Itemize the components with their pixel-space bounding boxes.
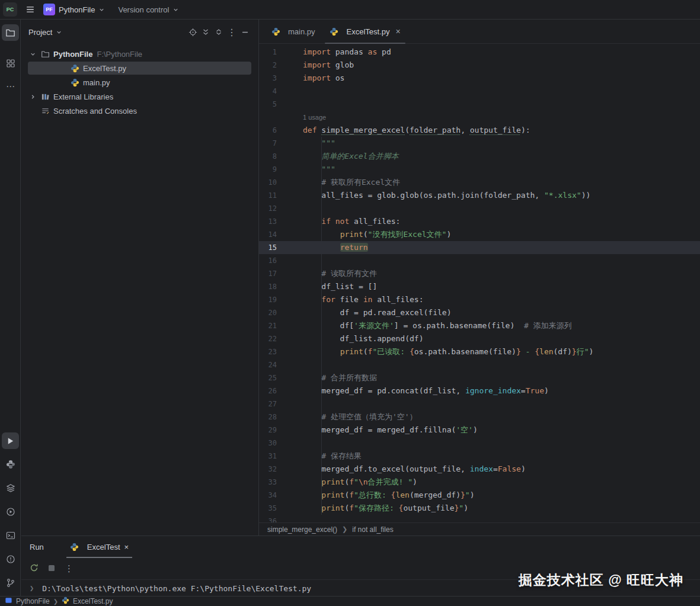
- structure-tool-button[interactable]: [2, 55, 19, 72]
- line-number[interactable]: 32: [259, 463, 297, 476]
- code-line-33[interactable]: 33 print(f"\n合并完成! "): [259, 476, 700, 489]
- line-number[interactable]: 18: [259, 280, 297, 293]
- tree-item-external-libraries[interactable]: External Libraries: [21, 89, 258, 104]
- tree-item-scratches-and-consoles[interactable]: Scratches and Consoles: [21, 104, 258, 118]
- services-tool-button[interactable]: [2, 504, 19, 520]
- code-line-4[interactable]: 4: [259, 85, 700, 98]
- line-number[interactable]: 19: [259, 293, 297, 306]
- code-line-23[interactable]: 23 print(f"已读取: {os.path.basename(file)}…: [259, 345, 700, 358]
- line-number[interactable]: 27: [259, 397, 297, 411]
- code-line-2[interactable]: 2import glob: [259, 59, 700, 72]
- code-line-25[interactable]: 25 # 合并所有数据: [259, 371, 700, 384]
- code-line-14[interactable]: 14 print("没有找到Excel文件"): [259, 228, 700, 241]
- line-number[interactable]: 35: [259, 502, 297, 515]
- expand-all-button[interactable]: [199, 25, 212, 39]
- chevron-right-icon[interactable]: [28, 92, 37, 101]
- run-tab-exceltest[interactable]: ExcelTest ×: [66, 536, 132, 558]
- line-number[interactable]: 36: [259, 515, 297, 522]
- project-widget[interactable]: PF PythonFile: [43, 4, 105, 15]
- rerun-button[interactable]: [30, 563, 39, 575]
- code-line-31[interactable]: 31 # 保存结果: [259, 450, 700, 463]
- code-line-17[interactable]: 17 # 读取所有文件: [259, 267, 700, 280]
- code-line-15[interactable]: 15 return: [259, 241, 700, 254]
- line-number[interactable]: 30: [259, 437, 297, 450]
- code-line-13[interactable]: 13 if not all_files:: [259, 215, 700, 228]
- line-number[interactable]: 28: [259, 411, 297, 424]
- tree-item-pythonfile[interactable]: PythonFileF:\PythonFile: [21, 47, 258, 61]
- code-line-1[interactable]: 1import pandas as pd: [259, 46, 700, 59]
- line-number[interactable]: 21: [259, 319, 297, 332]
- code-line-24[interactable]: 24: [259, 358, 700, 371]
- chevron-down-icon[interactable]: [28, 50, 37, 58]
- code-line-12[interactable]: 12: [259, 202, 700, 215]
- code-line-34[interactable]: 34 print(f"总行数: {len(merged_df)}"): [259, 489, 700, 502]
- line-number[interactable]: 12: [259, 202, 297, 215]
- code-line-3[interactable]: 3import os: [259, 72, 700, 85]
- code-line-16[interactable]: 16: [259, 254, 700, 267]
- line-number[interactable]: 31: [259, 450, 297, 463]
- stop-button[interactable]: [48, 563, 55, 574]
- code-line-5[interactable]: 5: [259, 98, 700, 111]
- line-number[interactable]: 34: [259, 489, 297, 502]
- line-number[interactable]: 23: [259, 345, 297, 358]
- vcs-widget[interactable]: Version control: [118, 5, 179, 14]
- code-line-21[interactable]: 21 df['来源文件'] = os.path.basename(file) #…: [259, 319, 700, 332]
- code-line-32[interactable]: 32 merged_df.to_excel(output_file, index…: [259, 463, 700, 476]
- code-line-19[interactable]: 19 for file in all_files:: [259, 293, 700, 306]
- code-line-28[interactable]: 28 # 处理空值（填充为'空'）: [259, 411, 700, 424]
- editor-tab-exceltest-py[interactable]: ExcelTest.py×: [322, 20, 408, 43]
- line-number[interactable]: 16: [259, 254, 297, 267]
- project-view-dropdown[interactable]: Project: [28, 28, 62, 37]
- more-options-icon[interactable]: ⋮: [65, 563, 73, 574]
- code-line-26[interactable]: 26 merged_df = pd.concat(df_list, ignore…: [259, 384, 700, 397]
- line-number[interactable]: 3: [259, 72, 297, 85]
- usage-hint[interactable]: 1 usage: [303, 114, 326, 121]
- line-number[interactable]: 17: [259, 267, 297, 280]
- code-line-18[interactable]: 18 df_list = []: [259, 280, 700, 293]
- line-number[interactable]: 26: [259, 384, 297, 397]
- line-number[interactable]: 5: [259, 98, 297, 111]
- line-number[interactable]: 4: [259, 85, 297, 98]
- code-editor[interactable]: 1import pandas as pd2import glob3import …: [259, 44, 700, 522]
- code-line-30[interactable]: 30: [259, 437, 700, 450]
- select-opened-file-button[interactable]: [186, 25, 199, 39]
- close-icon[interactable]: ×: [124, 543, 129, 552]
- line-number[interactable]: 7: [259, 137, 297, 150]
- version-control-tool-button[interactable]: [2, 575, 19, 591]
- line-number[interactable]: 11: [259, 189, 297, 202]
- code-line-11[interactable]: 11 all_files = glob.glob(os.path.join(fo…: [259, 189, 700, 202]
- breadcrumb-item-0[interactable]: simple_merge_excel(): [267, 525, 337, 534]
- tree-item-exceltest-py[interactable]: ExcelTest.py: [21, 61, 258, 75]
- line-number[interactable]: 15: [259, 241, 297, 254]
- terminal-tool-button[interactable]: [2, 527, 19, 544]
- code-line-8[interactable]: 8 简单的Excel合并脚本: [259, 150, 700, 163]
- python-packages-tool-button[interactable]: [2, 480, 19, 496]
- breadcrumb-item-1[interactable]: if not all_files: [352, 525, 393, 534]
- code-line-27[interactable]: 27: [259, 397, 700, 411]
- line-number[interactable]: 8: [259, 150, 297, 163]
- line-number[interactable]: 33: [259, 476, 297, 489]
- project-tool-button[interactable]: [2, 24, 19, 41]
- code-line-22[interactable]: 22 df_list.append(df): [259, 332, 700, 345]
- status-file[interactable]: ExcelTest.py: [73, 597, 113, 605]
- code-line-29[interactable]: 29 merged_df = merged_df.fillna('空'): [259, 424, 700, 437]
- python-console-tool-button[interactable]: [2, 456, 19, 473]
- run-tool-button[interactable]: [2, 432, 19, 449]
- hide-tool-window-button[interactable]: [238, 25, 251, 39]
- line-number[interactable]: 9: [259, 163, 297, 176]
- code-line-6[interactable]: 6def simple_merge_excel(folder_path, out…: [259, 124, 700, 137]
- main-menu-button[interactable]: [25, 5, 35, 14]
- code-line-10[interactable]: 10 # 获取所有Excel文件: [259, 176, 700, 189]
- problems-tool-button[interactable]: [2, 551, 19, 567]
- line-number[interactable]: 24: [259, 358, 297, 371]
- collapse-all-button[interactable]: [212, 25, 225, 39]
- line-number[interactable]: 29: [259, 424, 297, 437]
- editor-tab-main-py[interactable]: main.py: [264, 20, 322, 43]
- close-icon[interactable]: ×: [396, 27, 401, 36]
- line-number[interactable]: 10: [259, 176, 297, 189]
- line-number[interactable]: 1: [259, 46, 297, 59]
- line-number[interactable]: 25: [259, 371, 297, 384]
- code-line-7[interactable]: 7 """: [259, 137, 700, 150]
- line-number[interactable]: 13: [259, 215, 297, 228]
- status-project[interactable]: PythonFile: [16, 597, 50, 605]
